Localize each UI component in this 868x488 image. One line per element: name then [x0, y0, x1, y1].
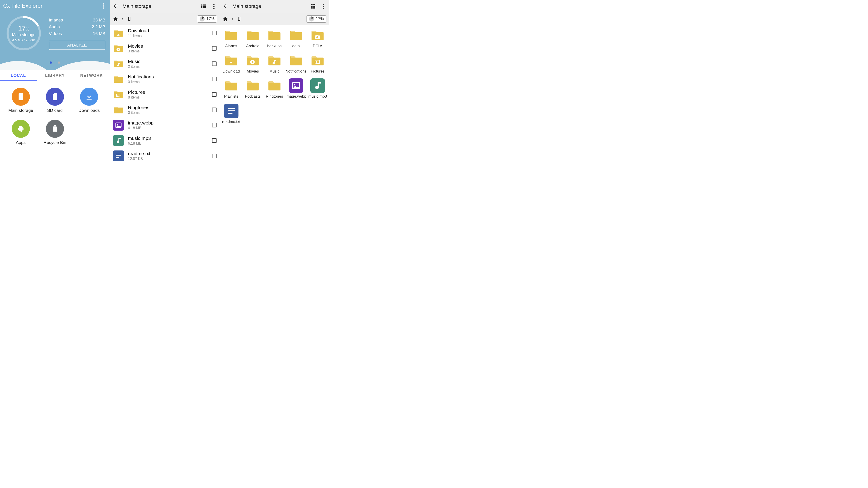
grid-item[interactable]: backups — [264, 28, 285, 48]
tab-bar: LOCALLIBRARYNETWORK — [0, 70, 110, 81]
list-item[interactable]: image.webp 6.18 MB — [110, 118, 220, 133]
home-icon[interactable] — [113, 16, 119, 22]
media-stat: Videos16 MB — [49, 30, 105, 37]
item-subtext: 0 items — [128, 111, 208, 115]
select-checkbox[interactable] — [212, 154, 217, 158]
storage-pill[interactable]: 17% — [307, 15, 327, 23]
select-checkbox[interactable] — [212, 107, 217, 112]
media-label: Audio — [49, 24, 60, 29]
home-pane: Cx File Explorer 17% Main storage 4.5 GB… — [0, 0, 110, 184]
location-label: SD card — [47, 108, 63, 113]
back-button[interactable] — [222, 3, 228, 10]
grid-item[interactable]: DCIM — [307, 28, 328, 48]
grid-item[interactable]: music.mp3 — [307, 78, 328, 99]
grid-item[interactable]: data — [285, 28, 307, 48]
item-name: Music — [270, 69, 279, 74]
device-icon[interactable] — [127, 16, 132, 22]
trash-icon — [46, 120, 64, 138]
list-item[interactable]: Pictures 8 items — [110, 87, 220, 102]
location-main-storage[interactable]: Main storage — [4, 88, 38, 113]
folder-icon — [310, 53, 325, 68]
list-item[interactable]: Ringtones 0 items — [110, 102, 220, 118]
item-subtext: 8 items — [128, 95, 208, 99]
image-icon — [113, 120, 124, 131]
analyze-button[interactable]: ANALYZE — [49, 41, 105, 50]
grid-item[interactable]: Music — [264, 53, 285, 74]
media-label: Videos — [49, 31, 62, 36]
tab-library[interactable]: LIBRARY — [37, 70, 73, 81]
folder-icon — [246, 78, 260, 93]
chevron-right-icon: › — [231, 15, 234, 22]
breadcrumb: › 17% — [220, 13, 329, 25]
hero-panel: Cx File Explorer 17% Main storage 4.5 GB… — [0, 0, 110, 70]
tab-local[interactable]: LOCAL — [0, 70, 37, 81]
item-name: Movies — [247, 69, 259, 74]
tab-network[interactable]: NETWORK — [73, 70, 110, 81]
item-name: Pictures — [128, 90, 208, 95]
media-label: Images — [49, 18, 63, 23]
item-subtext: 12.87 KB — [128, 157, 208, 161]
item-name: Alarms — [225, 44, 237, 48]
sdcard-icon — [46, 88, 64, 106]
item-name: Ringtones — [128, 105, 208, 110]
item-name: Download — [223, 69, 240, 74]
location-recycle-bin[interactable]: Recycle Bin — [38, 120, 72, 145]
grid-item[interactable]: Podcasts — [242, 78, 264, 99]
select-checkbox[interactable] — [212, 123, 217, 127]
list-item[interactable]: Download 11 items — [110, 25, 220, 41]
download-icon — [80, 88, 98, 106]
select-checkbox[interactable] — [212, 77, 217, 81]
list-item[interactable]: Movies 3 items — [110, 41, 220, 56]
grid-item[interactable]: readme.txt — [221, 104, 242, 124]
overflow-menu-icon[interactable] — [320, 3, 327, 9]
location-downloads[interactable]: Downloads — [72, 88, 106, 113]
back-button[interactable] — [113, 3, 119, 10]
list-item[interactable]: Music 2 items — [110, 56, 220, 71]
list-item[interactable]: readme.txt 12.87 KB — [110, 148, 220, 164]
grid-item[interactable]: Pictures — [307, 53, 328, 74]
item-name: music.mp3 — [308, 94, 327, 99]
item-subtext: 11 items — [128, 34, 208, 38]
item-subtext: 3 items — [128, 49, 208, 53]
folder-icon — [267, 53, 282, 68]
storage-pill[interactable]: 17% — [197, 15, 217, 23]
overflow-menu-icon[interactable] — [100, 3, 107, 9]
location-sd-card[interactable]: SD card — [38, 88, 72, 113]
item-name: music.mp3 — [128, 135, 208, 141]
item-name: Music — [128, 59, 208, 64]
select-checkbox[interactable] — [212, 92, 217, 97]
select-checkbox[interactable] — [212, 31, 217, 35]
view-grid-icon[interactable] — [310, 3, 316, 9]
app-title: Cx File Explorer — [3, 3, 42, 9]
grid-item[interactable]: image.webp — [285, 78, 307, 99]
grid-item[interactable]: Movies — [242, 53, 264, 74]
select-checkbox[interactable] — [212, 138, 217, 143]
audio-icon — [113, 135, 124, 146]
pie-icon — [309, 17, 314, 22]
item-name: DCIM — [313, 44, 322, 48]
grid-item[interactable]: Android — [242, 28, 264, 48]
device-icon[interactable] — [237, 16, 242, 22]
overflow-menu-icon[interactable] — [211, 3, 217, 9]
grid-item[interactable]: Ringtones — [264, 78, 285, 99]
grid-item[interactable]: Playlists — [221, 78, 242, 99]
select-checkbox[interactable] — [212, 46, 217, 51]
folder-icon — [113, 104, 124, 115]
storage-pill-value: 17% — [316, 17, 324, 21]
folder-icon — [289, 53, 303, 68]
phone-icon — [12, 88, 30, 106]
item-name: backups — [267, 44, 281, 48]
location-apps[interactable]: Apps — [4, 120, 38, 145]
view-list-icon[interactable] — [200, 3, 207, 9]
grid-item[interactable]: Notifica­tions — [285, 53, 307, 74]
grid-item[interactable]: Download — [221, 53, 242, 74]
grid-item[interactable]: Alarms — [221, 28, 242, 48]
list-item[interactable]: music.mp3 6.18 MB — [110, 133, 220, 148]
home-icon[interactable] — [222, 16, 228, 22]
storage-ring[interactable]: 17% Main storage 4.5 GB / 26 GB — [4, 14, 43, 53]
item-name: Notifica­tions — [285, 69, 307, 74]
grid-pane: Main storage › 17% Alarms Android backup… — [220, 0, 329, 184]
list-item[interactable]: Notifications 0 items — [110, 71, 220, 87]
media-value: 2.2 MB — [92, 24, 105, 29]
select-checkbox[interactable] — [212, 61, 217, 66]
